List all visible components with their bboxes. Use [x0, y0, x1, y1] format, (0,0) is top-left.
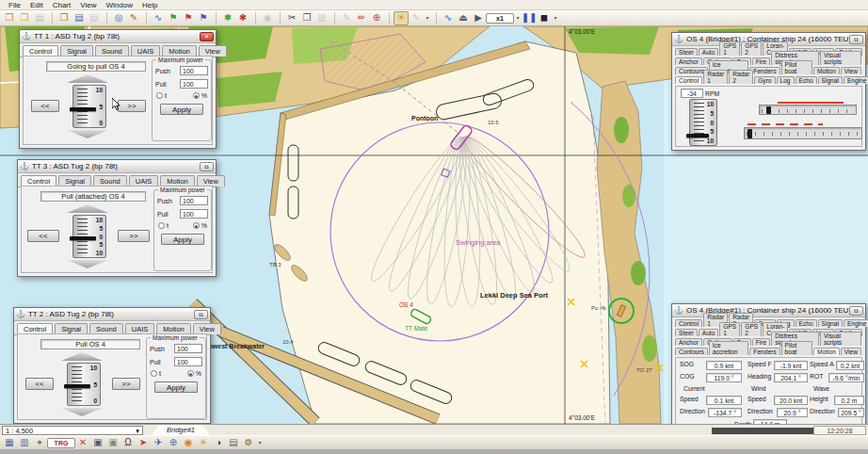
tab[interactable]: View	[841, 67, 861, 74]
start-route-icon[interactable]: ∿	[151, 11, 166, 25]
tab[interactable]: Visual scripts	[820, 51, 861, 65]
module-green-icon[interactable]: ✱	[220, 11, 235, 25]
compass-icon[interactable]: ◉	[181, 436, 196, 450]
pull-power-input[interactable]: 100	[180, 209, 208, 219]
unit-percent-radio[interactable]: %	[193, 92, 207, 99]
slider-up-button[interactable]	[67, 74, 108, 83]
menu-item[interactable]: Help	[137, 1, 162, 9]
weather-icon[interactable]: ☀	[394, 11, 409, 25]
more-caret-icon[interactable]: ▾	[552, 11, 559, 25]
conning-display-icon[interactable]: ▦	[2, 436, 17, 450]
tab[interactable]: Echo	[796, 319, 817, 327]
tab[interactable]: Ice accretion	[709, 341, 749, 355]
window-tt2[interactable]: ⚓ TT 2 : ASD Tug 2 (bp 78t) ⧉ ControlSig…	[13, 307, 211, 424]
tab[interactable]: Pilot boat	[781, 341, 812, 355]
restore-button[interactable]: ⧉	[194, 310, 208, 319]
pen-red-icon[interactable]: ✏	[354, 11, 369, 25]
more-caret-icon[interactable]: ▾	[256, 436, 264, 450]
save-icon[interactable]: ▤	[32, 11, 47, 25]
print-preview-icon[interactable]: ◎	[111, 11, 126, 25]
paste-icon[interactable]: ▥	[314, 11, 330, 25]
slider-down-button[interactable]	[61, 408, 103, 416]
tug-power-slider[interactable]: 1050510	[72, 215, 106, 258]
tab[interactable]: Fire	[752, 338, 770, 346]
scale-select[interactable]: 1 : 4,500 ▾	[2, 426, 143, 435]
tab[interactable]: Auto	[699, 48, 719, 56]
os4-titlebar[interactable]: ⚓ OS 4 (Bridge#1) : Container ship 24 (1…	[672, 304, 865, 317]
speed-select[interactable]: x1	[486, 13, 514, 24]
restore-button[interactable]: ⧉	[200, 162, 214, 171]
window-os4-control[interactable]: ⚓ OS 4 (Bridge#1) : Container ship 24 (1…	[671, 32, 866, 151]
tab[interactable]: Auto	[699, 329, 719, 336]
slider-handle[interactable]	[686, 134, 709, 138]
unit-percent-radio[interactable]: %	[193, 222, 207, 229]
tug-port-button[interactable]: <<	[25, 378, 54, 390]
aircraft-icon[interactable]: ✈	[151, 436, 166, 450]
close-button[interactable]: ✕	[200, 32, 214, 41]
menu-item[interactable]: Edit	[25, 1, 48, 9]
stop-icon[interactable]: ◼	[537, 11, 552, 25]
slider-handle[interactable]	[70, 236, 96, 240]
tug-port-button[interactable]: <<	[31, 100, 59, 112]
dart-icon[interactable]: ➤	[136, 436, 151, 450]
tab[interactable]: Visual scripts	[820, 332, 861, 346]
draw-route-caret-icon[interactable]: ▾	[424, 11, 431, 25]
camera-icon[interactable]: ▣	[90, 436, 105, 450]
tug-port-button[interactable]: <<	[27, 230, 59, 242]
slider-down-button[interactable]	[67, 260, 108, 268]
print-setup-icon[interactable]: ✎	[126, 11, 141, 25]
searchlight-icon[interactable]: ☀	[196, 436, 211, 450]
tab[interactable]: Pilot boat	[781, 60, 812, 74]
tab[interactable]: Radar 1	[703, 70, 728, 84]
tug-power-slider[interactable]: 1050	[67, 363, 101, 406]
tab[interactable]: Anchor	[675, 57, 702, 65]
push-power-input[interactable]: 100	[174, 344, 202, 353]
eject-icon[interactable]: ⏏	[456, 11, 471, 25]
tab[interactable]: Log	[777, 76, 795, 84]
apply-button[interactable]: Apply	[161, 234, 204, 245]
screenshot-icon[interactable]: ▣	[105, 436, 121, 450]
pull-power-input[interactable]: 100	[180, 79, 208, 89]
push-power-input[interactable]: 100	[180, 196, 208, 205]
tab[interactable]: Fenders	[749, 348, 780, 355]
menu-item[interactable]: Window	[101, 1, 137, 9]
flag-red-icon[interactable]: ⚑	[181, 11, 196, 25]
tab[interactable]: GPS 2	[741, 41, 762, 56]
tug-starboard-button[interactable]: >>	[118, 230, 150, 242]
tab[interactable]: GPS 2	[741, 322, 762, 336]
flag-blue-icon[interactable]: ⚑	[196, 11, 211, 25]
bearing-target-icon[interactable]: ⊕	[369, 11, 384, 25]
tab[interactable]: Signal	[818, 76, 843, 84]
pull-power-input[interactable]: 100	[174, 357, 202, 366]
tab[interactable]: Engine	[844, 76, 868, 84]
tab[interactable]: Echo	[796, 76, 817, 84]
apply-button[interactable]: Apply	[160, 104, 203, 115]
save-as-icon[interactable]: ▤	[87, 11, 102, 25]
play-icon[interactable]: ▶	[471, 11, 486, 25]
tab[interactable]: Steer	[675, 329, 698, 336]
slider-up-button[interactable]	[67, 204, 108, 213]
save-scenario-icon[interactable]: ▤	[72, 11, 87, 25]
open-exercise-icon[interactable]: ❐	[17, 11, 32, 25]
tt2-titlebar[interactable]: ⚓ TT 2 : ASD Tug 2 (bp 78t) ⧉	[14, 308, 210, 321]
tab[interactable]: Signal	[818, 319, 843, 327]
tab[interactable]: Control	[675, 319, 702, 327]
copy-icon[interactable]: ❐	[299, 11, 314, 25]
slider-down-button[interactable]	[67, 130, 108, 138]
tab[interactable]: Contours	[675, 348, 708, 355]
pointer-control-icon[interactable]: ⌖	[32, 436, 47, 450]
tab[interactable]: Gyro	[754, 76, 775, 84]
open-folder-icon[interactable]: ❐	[2, 11, 17, 25]
restore-button[interactable]: ⧉	[849, 35, 863, 44]
tab[interactable]: Control	[675, 76, 702, 84]
load-scenario-icon[interactable]: ❐	[56, 11, 72, 25]
tab[interactable]: Motion	[813, 67, 840, 74]
tab[interactable]: GPS 1	[719, 41, 740, 56]
pause-icon[interactable]: ❚❚	[522, 11, 537, 25]
tab[interactable]: Radar 2	[729, 70, 753, 84]
window-os4-motion[interactable]: ⚓ OS 4 (Bridge#1) : Container ship 24 (1…	[671, 303, 866, 429]
slider-up-button[interactable]	[61, 352, 103, 361]
slider-handle[interactable]	[70, 107, 96, 111]
visibility-icon[interactable]: ◑	[211, 436, 226, 450]
tab[interactable]: Steer	[675, 48, 698, 56]
